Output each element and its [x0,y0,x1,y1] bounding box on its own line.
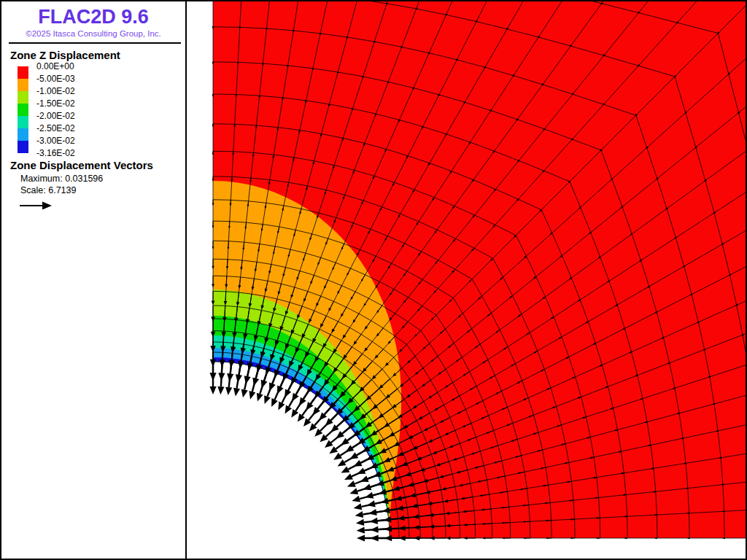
legend-label: -2.50E-02 [36,123,75,133]
vector-maximum: Maximum: 0.031596 [20,174,185,184]
legend-swatch [18,128,28,141]
legend-label: -2.00E-02 [36,111,75,121]
mesh-plot-svg [187,1,746,559]
copyright-text: ©2025 Itasca Consulting Group, Inc. [3,29,184,39]
separator-line [9,42,181,44]
legend-label: 0.00E+00 [36,61,74,71]
vector-scale-label: Scale: [20,185,46,195]
vector-scale: Scale: 6.7139 [20,185,185,196]
legend-label: -1.50E-02 [36,98,75,109]
vector-maximum-value: 0.031596 [65,174,103,184]
legend-label: -1.00E-02 [36,86,75,96]
legend-swatch [18,141,28,153]
legend-label: -3.00E-02 [36,136,75,146]
vector-legend-title: Zone Displacement Vectors [10,159,185,171]
contour-legend-title: Zone Z Displacement [10,49,185,61]
app-title: FLAC2D 9.6 [4,6,182,28]
contour-legend: 0.00E+00-5.00E-03-1.00E-02-1.50E-02-2.00… [1,66,185,159]
legend-swatch [18,79,28,91]
vector-maximum-label: Maximum: [20,174,63,184]
legend-label: -3.16E-02 [36,148,75,158]
legend-label: -5.00E-03 [36,74,75,84]
vector-scale-arrow-icon [19,201,53,211]
legend-swatch [18,116,28,128]
vector-scale-value: 6.7139 [48,185,76,195]
legend-swatch [18,66,28,79]
legend-panel: FLAC2D 9.6 ©2025 Itasca Consulting Group… [1,1,187,559]
legend-swatch [18,104,28,116]
plot-area[interactable] [187,1,746,559]
plot-window: FLAC2D 9.6 ©2025 Itasca Consulting Group… [0,0,747,560]
legend-swatch [18,91,28,104]
